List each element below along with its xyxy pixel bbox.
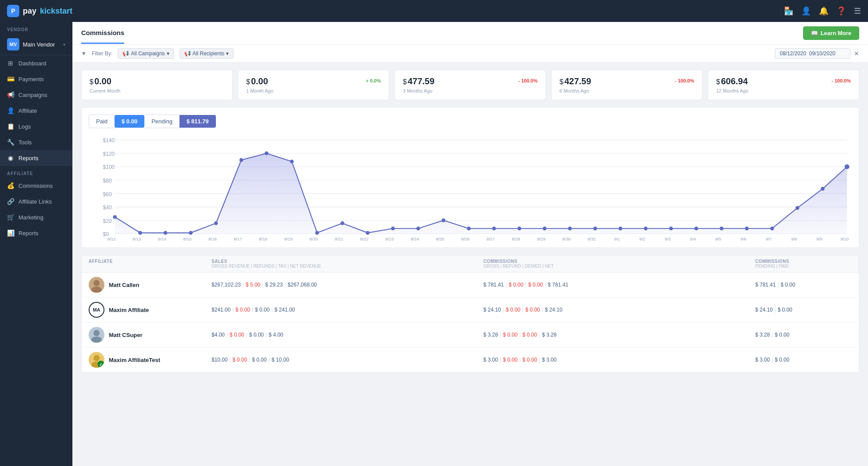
sidebar-item-commissions[interactable]: 💰 Commissions (0, 178, 72, 194)
close-filter-button[interactable]: ✕ (854, 50, 859, 57)
svg-point-36 (593, 226, 597, 230)
stat-label-6month: 6 Months Ago (560, 88, 694, 93)
recipient-icon: 📢 (184, 50, 191, 57)
topnav-icons: 🏪 👤 🔔 ❓ ☰ (784, 6, 861, 16)
recipient-filter-button[interactable]: 📢 All Recipients ▾ (179, 48, 234, 59)
svg-point-46 (845, 165, 850, 169)
sidebar-item-affiliate-links[interactable]: 🔗 Affiliate Links (0, 194, 72, 209)
svg-text:8/20: 8/20 (309, 237, 318, 240)
learn-more-button[interactable]: 📖 Learn More (803, 26, 859, 40)
svg-point-77 (93, 280, 100, 286)
commissions2-cell-2: $ 3.28 | $ 0.00 (755, 332, 852, 338)
sidebar-item-dashboard[interactable]: ⊞ Dashboard (0, 55, 72, 71)
user-icon[interactable]: 👤 (801, 6, 811, 16)
commissions2-cell-1: $ 24.10 | $ 0.00 (755, 307, 852, 313)
paid-tab-label[interactable]: Paid (89, 115, 115, 128)
sidebar-item-label: Logs (18, 123, 31, 130)
stat-card-3month: $477.59 - 100.0% 3 Months Ago (395, 70, 546, 100)
stat-card-12month: $606.94 - 100.0% 12 Months Ago (708, 70, 859, 100)
marketing-icon: 🛒 (7, 214, 14, 221)
svg-text:8/19: 8/19 (284, 237, 293, 240)
table-row: Matt CSuper $4.00 | $ 0.00 | $ 0.00 | $ … (82, 323, 859, 348)
svg-text:9/2: 9/2 (639, 237, 646, 240)
svg-text:$40: $40 (103, 204, 112, 211)
sidebar-item-label: Marketing (18, 214, 43, 221)
menu-icon[interactable]: ☰ (854, 6, 861, 16)
date-range-input[interactable] (775, 48, 850, 59)
sidebar-item-campaigns[interactable]: 📢 Campaigns (0, 87, 72, 103)
bell-icon[interactable]: 🔔 (819, 6, 829, 16)
pending-tab-label[interactable]: Pending (144, 115, 180, 128)
tools-icon: 🔧 (7, 139, 14, 146)
stats-row: $0.00 Current Month $0.00 + 0.0% 1 Month… (72, 63, 868, 107)
sidebar-item-marketing[interactable]: 🛒 Marketing (0, 209, 72, 225)
svg-text:$140: $140 (103, 137, 115, 143)
stat-label-3month: 3 Months Ago (403, 88, 538, 93)
chevron-down-icon: ▾ (63, 42, 65, 47)
svg-text:8/15: 8/15 (183, 237, 192, 240)
reports-icon: ◉ (7, 154, 14, 161)
filter-icon: ▼ (81, 50, 86, 57)
svg-point-35 (568, 226, 572, 230)
sidebar-item-label: Dashboard (18, 60, 47, 67)
svg-text:8/18: 8/18 (259, 237, 268, 240)
stat-amount-current: $0.00 (90, 76, 224, 86)
logo[interactable]: P paykickstart (7, 5, 72, 17)
megaphone-icon: 📢 (122, 50, 129, 57)
svg-point-45 (821, 187, 825, 191)
sidebar-item-reports[interactable]: ◉ Reports (0, 150, 72, 166)
th-commissions2: COMMISSIONS PENDING | PAID (755, 259, 852, 269)
svg-text:9/4: 9/4 (690, 237, 696, 240)
svg-text:8/13: 8/13 (133, 237, 141, 240)
stat-label-12month: 12 Months Ago (716, 88, 851, 93)
th-sales: SALES GROSS REVENUE | REFUNDS | TAX | NE… (212, 259, 484, 269)
svg-point-81 (93, 355, 100, 361)
svg-point-33 (517, 226, 521, 230)
th-commissions: COMMISSIONS GROSS | REFUND | DENIED | NE… (484, 259, 756, 269)
svg-text:8/25: 8/25 (436, 237, 445, 240)
svg-text:8/17: 8/17 (234, 237, 242, 240)
svg-point-37 (619, 226, 623, 230)
stat-label-1month: 1 Month Ago (246, 88, 381, 93)
svg-point-41 (720, 226, 724, 230)
svg-point-78 (91, 287, 102, 293)
campaign-filter-label: All Campaigns (131, 50, 165, 57)
sidebar-item-affiliate[interactable]: 👤 Affiliate (0, 103, 72, 118)
svg-point-42 (745, 226, 749, 230)
svg-text:$60: $60 (103, 191, 112, 197)
stat-change-1month: + 0.0% (366, 78, 381, 83)
pending-tab-value[interactable]: $ 811.79 (179, 115, 216, 128)
svg-text:8/26: 8/26 (461, 237, 470, 240)
chart-area: $140 $120 $100 $80 $60 $40 $20 $0 (89, 135, 852, 240)
table-row: ✓ Maxim AffiliateTest $10.00 | $ 0.00 | … (82, 348, 859, 373)
aff-reports-icon: 📊 (7, 229, 14, 237)
campaigns-icon: 📢 (7, 91, 14, 98)
svg-text:$80: $80 (103, 178, 112, 184)
paid-tab-value[interactable]: $ 0.00 (115, 115, 144, 128)
sidebar-item-tools[interactable]: 🔧 Tools (0, 134, 72, 150)
commissions-cell-1: $ 24.10 | $ 0.00 | $ 0.00 | $ 24.10 (484, 307, 756, 313)
help-icon[interactable]: ❓ (836, 6, 846, 16)
svg-point-24 (290, 160, 294, 164)
vendor-selector[interactable]: MV Main Vendor ▾ (0, 34, 72, 55)
sales-cell-2: $4.00 | $ 0.00 | $ 0.00 | $ 4.00 (212, 332, 484, 338)
book-icon: 📖 (811, 30, 818, 36)
stat-change-3month: - 100.0% (518, 78, 538, 83)
svg-text:8/22: 8/22 (360, 237, 369, 240)
chart-svg: $140 $120 $100 $80 $60 $40 $20 $0 (89, 135, 852, 240)
campaign-filter-button[interactable]: 📢 All Campaigns ▾ (118, 48, 174, 59)
sidebar-item-payments[interactable]: 💳 Payments (0, 71, 72, 87)
sidebar-item-label: Reports (18, 230, 39, 237)
svg-text:9/1: 9/1 (614, 237, 620, 240)
avatar (89, 277, 104, 293)
brand-kickstart: kickstart (40, 7, 72, 16)
stat-change-6month: - 100.0% (675, 78, 694, 83)
commissions-cell-3: $ 3.00 | $ 0.00 | $ 0.00 | $ 3.00 (484, 357, 756, 363)
svg-text:9/3: 9/3 (665, 237, 671, 240)
svg-text:8/30: 8/30 (563, 237, 571, 240)
store-icon[interactable]: 🏪 (784, 6, 793, 16)
sidebar-item-logs[interactable]: 📋 Logs (0, 118, 72, 134)
affiliate-cell: Matt Callen (89, 277, 212, 293)
sidebar-item-aff-reports[interactable]: 📊 Reports (0, 225, 72, 241)
sales-cell-0: $267,102.23 | $ 5.00 | $ 29.23 | $267,06… (212, 282, 484, 288)
